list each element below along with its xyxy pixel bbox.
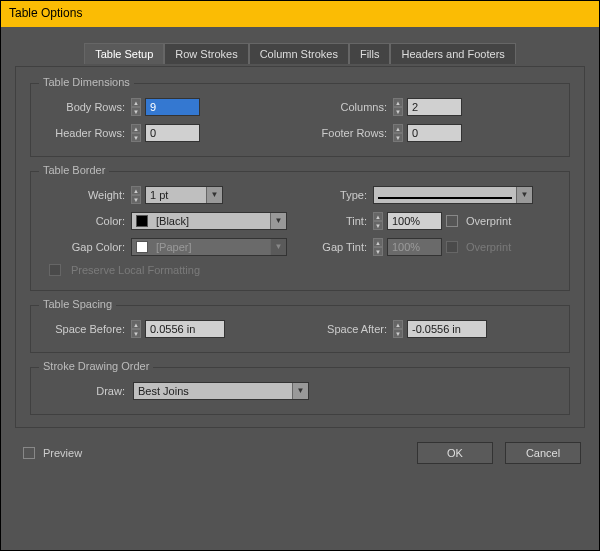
select-color[interactable]: [Black] ▼ (131, 212, 287, 230)
select-draw[interactable]: Best Joins ▼ (133, 382, 309, 400)
label-color: Color: (41, 215, 127, 227)
input-space-before[interactable] (145, 320, 225, 338)
label-body-rows: Body Rows: (41, 101, 127, 113)
label-space-before: Space Before: (41, 323, 127, 335)
stepper-columns[interactable]: ▲▼ (393, 98, 403, 116)
group-table-border: Table Border Weight: ▲▼ 1 pt ▼ Type: (30, 171, 570, 291)
group-table-spacing: Table Spacing Space Before: ▲▼ Space Aft… (30, 305, 570, 353)
stepper-footer-rows[interactable]: ▲▼ (393, 124, 403, 142)
label-draw: Draw: (41, 385, 127, 397)
stepper-tint[interactable]: ▲▼ (373, 212, 383, 230)
group-table-dimensions: Table Dimensions Body Rows: ▲▼ Columns: … (30, 83, 570, 157)
select-weight-value: 1 pt (146, 189, 206, 201)
input-columns[interactable] (407, 98, 462, 116)
dialog-title: Table Options (1, 1, 599, 27)
label-space-after: Space After: (303, 323, 389, 335)
input-header-rows[interactable] (145, 124, 200, 142)
checkbox-gap-overprint (446, 241, 458, 253)
select-type[interactable]: ▼ (373, 186, 533, 204)
input-footer-rows[interactable] (407, 124, 462, 142)
input-space-after[interactable] (407, 320, 487, 338)
label-header-rows: Header Rows: (41, 127, 127, 139)
color-swatch-icon (136, 215, 148, 227)
input-body-rows[interactable] (145, 98, 200, 116)
stepper-header-rows[interactable]: ▲▼ (131, 124, 141, 142)
label-type: Type: (303, 189, 369, 201)
group-label-spacing: Table Spacing (39, 298, 116, 310)
select-gap-color: [Paper] ▼ (131, 238, 287, 256)
group-label-dimensions: Table Dimensions (39, 76, 134, 88)
tab-fills[interactable]: Fills (349, 43, 391, 64)
stepper-body-rows[interactable]: ▲▼ (131, 98, 141, 116)
label-gap-overprint: Overprint (466, 241, 511, 253)
label-preview: Preview (43, 447, 82, 459)
color-swatch-icon (136, 241, 148, 253)
select-color-value: [Black] (152, 215, 270, 227)
tab-headers-footers[interactable]: Headers and Footers (390, 43, 515, 64)
input-tint[interactable] (387, 212, 442, 230)
group-stroke-order: Stroke Drawing Order Draw: Best Joins ▼ (30, 367, 570, 415)
label-tint: Tint: (303, 215, 369, 227)
checkbox-preserve-formatting (49, 264, 61, 276)
dialog-window: Table Options Table Setup Row Strokes Co… (0, 0, 600, 551)
stepper-weight[interactable]: ▲▼ (131, 186, 141, 204)
dialog-body: Table Setup Row Strokes Column Strokes F… (1, 27, 599, 472)
input-gap-tint (387, 238, 442, 256)
checkbox-preview[interactable] (23, 447, 35, 459)
tab-column-strokes[interactable]: Column Strokes (249, 43, 349, 64)
tab-table-setup[interactable]: Table Setup (84, 43, 164, 64)
chevron-down-icon: ▼ (206, 187, 222, 203)
chevron-down-icon: ▼ (516, 187, 532, 203)
label-weight: Weight: (41, 189, 127, 201)
tab-row-strokes[interactable]: Row Strokes (164, 43, 248, 64)
group-label-border: Table Border (39, 164, 109, 176)
label-columns: Columns: (303, 101, 389, 113)
chevron-down-icon: ▼ (270, 213, 286, 229)
select-gap-color-value: [Paper] (152, 241, 270, 253)
tab-panel: Table Dimensions Body Rows: ▲▼ Columns: … (15, 66, 585, 428)
chevron-down-icon: ▼ (292, 383, 308, 399)
group-label-order: Stroke Drawing Order (39, 360, 153, 372)
label-gap-color: Gap Color: (41, 241, 127, 253)
label-preserve-formatting: Preserve Local Formatting (71, 264, 200, 276)
label-overprint: Overprint (466, 215, 511, 227)
label-gap-tint: Gap Tint: (303, 241, 369, 253)
stepper-space-before[interactable]: ▲▼ (131, 320, 141, 338)
tab-bar: Table Setup Row Strokes Column Strokes F… (15, 43, 585, 64)
label-footer-rows: Footer Rows: (303, 127, 389, 139)
stepper-gap-tint: ▲▼ (373, 238, 383, 256)
ok-button[interactable]: OK (417, 442, 493, 464)
select-draw-value: Best Joins (134, 385, 292, 397)
select-weight[interactable]: 1 pt ▼ (145, 186, 223, 204)
cancel-button[interactable]: Cancel (505, 442, 581, 464)
checkbox-overprint[interactable] (446, 215, 458, 227)
chevron-down-icon: ▼ (270, 239, 286, 255)
stepper-space-after[interactable]: ▲▼ (393, 320, 403, 338)
dialog-footer: Preview OK Cancel (15, 442, 585, 464)
type-line-preview (374, 189, 516, 201)
